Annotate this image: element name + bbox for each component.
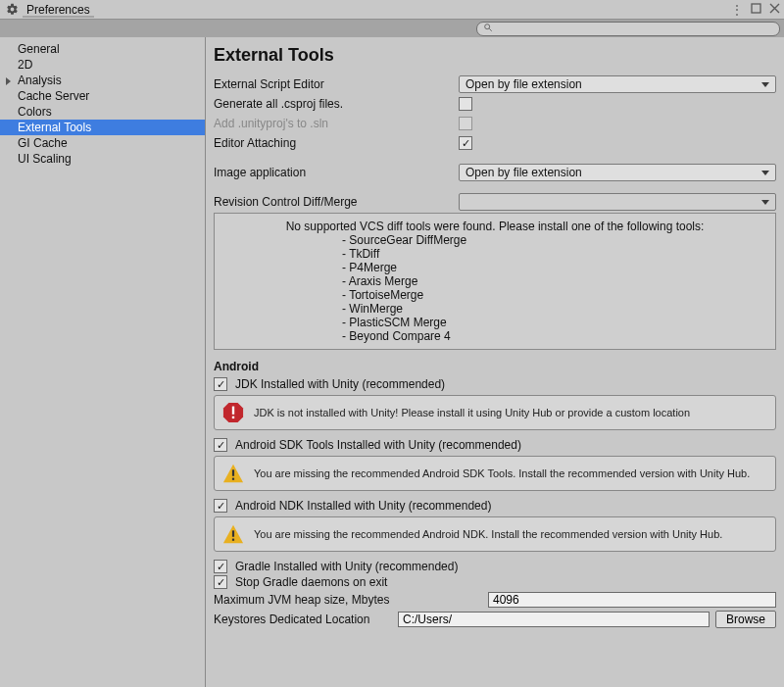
sidebar-item-external-tools[interactable]: External Tools xyxy=(0,120,205,135)
sidebar-item-label: Colors xyxy=(18,105,52,119)
script-editor-label: External Script Editor xyxy=(214,77,459,91)
sidebar-item-ui-scaling[interactable]: UI Scaling xyxy=(0,151,205,167)
svg-rect-0 xyxy=(752,4,760,13)
sidebar-item-label: External Tools xyxy=(18,121,91,134)
vcs-tool-item: Beyond Compare 4 xyxy=(342,329,765,343)
search-box[interactable] xyxy=(476,22,780,36)
svg-rect-5 xyxy=(232,417,234,418)
sidebar-item-label: UI Scaling xyxy=(18,152,72,166)
gradle-label: Gradle Installed with Unity (recommended… xyxy=(235,560,458,573)
add-unityproj-checkbox xyxy=(459,117,472,130)
vcs-info-intro: No supported VCS diff tools were found. … xyxy=(224,220,765,233)
jdk-alert: JDK is not installed with Unity! Please … xyxy=(214,395,776,430)
chevron-down-icon xyxy=(761,82,769,87)
sidebar-item-label: Analysis xyxy=(18,74,62,87)
add-unityproj-label: Add .unityproj's to .sln xyxy=(214,117,459,130)
vcs-tool-item: WinMerge xyxy=(342,302,765,316)
alert-text: You are missing the recommended Android … xyxy=(254,528,722,540)
sidebar-item-cache-server[interactable]: Cache Server xyxy=(0,88,205,104)
kebab-menu-icon[interactable]: ⋮ xyxy=(731,3,743,17)
search-icon xyxy=(483,22,493,35)
alert-text: JDK is not installed with Unity! Please … xyxy=(254,407,690,418)
image-app-label: Image application xyxy=(214,166,459,179)
vcs-tool-item: TortoiseMerge xyxy=(342,288,765,302)
sdk-label: Android SDK Tools Installed with Unity (… xyxy=(235,438,521,452)
chevron-down-icon xyxy=(761,200,769,205)
chevron-down-icon xyxy=(761,171,769,175)
image-app-dropdown[interactable]: Open by file extension xyxy=(459,164,776,181)
svg-point-1 xyxy=(485,25,490,29)
vcs-tool-item: TkDiff xyxy=(342,247,765,261)
title-bar: Preferences ⋮ xyxy=(0,0,784,20)
script-editor-dropdown[interactable]: Open by file extension xyxy=(459,75,776,93)
ndk-alert: You are missing the recommended Android … xyxy=(214,516,776,552)
svg-rect-11 xyxy=(232,539,234,541)
vcs-tool-list: SourceGear DiffMerge TkDiff P4Merge Arax… xyxy=(342,233,765,343)
heap-size-label: Maximum JVM heap size, Mbytes xyxy=(214,593,488,607)
sidebar-item-analysis[interactable]: Analysis xyxy=(0,73,205,88)
search-input[interactable] xyxy=(497,23,773,34)
stop-gradle-checkbox[interactable] xyxy=(214,575,227,589)
keystore-label: Keystores Dedicated Location xyxy=(214,613,398,626)
stop-gradle-label: Stop Gradle daemons on exit xyxy=(235,575,387,589)
warning-icon xyxy=(222,523,244,545)
ndk-checkbox[interactable] xyxy=(214,499,227,513)
sdk-checkbox[interactable] xyxy=(214,438,227,452)
editor-attaching-checkbox[interactable] xyxy=(459,136,472,150)
generate-csproj-label: Generate all .csproj files. xyxy=(214,97,459,111)
sidebar-item-label: Cache Server xyxy=(18,89,89,103)
sidebar-item-2d[interactable]: 2D xyxy=(0,57,205,73)
vcs-info-box: No supported VCS diff tools were found. … xyxy=(214,213,776,350)
svg-rect-7 xyxy=(232,469,234,475)
dropdown-value: Open by file extension xyxy=(466,166,582,179)
vcs-tool-item: SourceGear DiffMerge xyxy=(342,233,765,247)
generate-csproj-checkbox[interactable] xyxy=(459,97,472,111)
sidebar-item-label: 2D xyxy=(18,58,32,72)
sidebar-item-label: GI Cache xyxy=(18,136,68,150)
jdk-label: JDK Installed with Unity (recommended) xyxy=(235,377,445,391)
svg-rect-4 xyxy=(232,407,234,415)
gradle-checkbox[interactable] xyxy=(214,560,227,573)
maximize-icon[interactable] xyxy=(751,3,761,17)
close-icon[interactable] xyxy=(769,3,780,17)
sidebar-item-general[interactable]: General xyxy=(0,41,205,57)
gear-icon xyxy=(6,3,19,16)
keystore-input[interactable] xyxy=(398,612,710,627)
toolbar xyxy=(0,20,784,37)
svg-line-2 xyxy=(489,28,492,31)
page-title: External Tools xyxy=(214,45,776,66)
sidebar-item-colors[interactable]: Colors xyxy=(0,104,205,120)
editor-attaching-label: Editor Attaching xyxy=(214,136,459,150)
ndk-label: Android NDK Installed with Unity (recomm… xyxy=(235,499,491,513)
sdk-alert: You are missing the recommended Android … xyxy=(214,456,776,491)
revision-control-label: Revision Control Diff/Merge xyxy=(214,195,459,209)
main-content: External Tools External Script Editor Op… xyxy=(206,37,784,687)
error-icon xyxy=(222,402,244,423)
jdk-checkbox[interactable] xyxy=(214,377,227,391)
vcs-tool-item: Araxis Merge xyxy=(342,274,765,288)
vcs-tool-item: PlasticSCM Merge xyxy=(342,316,765,329)
window-title: Preferences xyxy=(23,3,94,17)
alert-text: You are missing the recommended Android … xyxy=(254,467,750,479)
android-heading: Android xyxy=(214,360,776,373)
sidebar: General 2D Analysis Cache Server Colors … xyxy=(0,37,206,687)
dropdown-value: Open by file extension xyxy=(466,77,582,91)
vcs-tool-item: P4Merge xyxy=(342,261,765,274)
svg-rect-8 xyxy=(232,478,234,480)
browse-button[interactable]: Browse xyxy=(715,611,776,628)
heap-size-input[interactable] xyxy=(488,592,776,608)
sidebar-item-gi-cache[interactable]: GI Cache xyxy=(0,135,205,151)
sidebar-item-label: General xyxy=(18,42,60,56)
svg-rect-10 xyxy=(232,530,234,536)
revision-control-dropdown[interactable] xyxy=(459,193,776,211)
warning-icon xyxy=(222,463,244,484)
